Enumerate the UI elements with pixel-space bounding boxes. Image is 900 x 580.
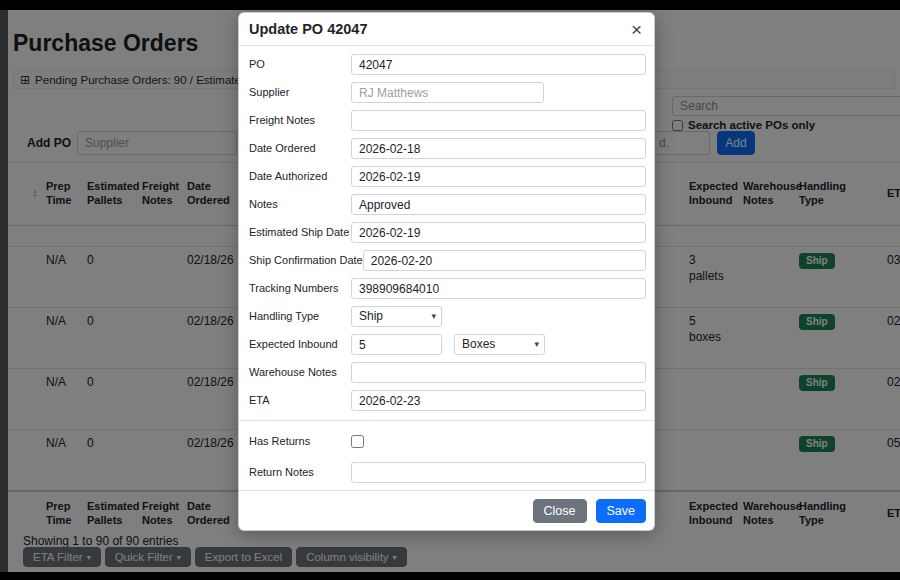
supplier-field [351,82,544,103]
handling-type-select[interactable]: Ship ▾ [351,306,442,327]
chevron-down-icon: ▾ [431,307,436,326]
has-returns-checkbox[interactable] [351,435,364,448]
estimated-ship-date-field-label: Estimated Ship Date [249,222,351,243]
estimated-ship-date-field[interactable] [351,222,646,243]
date-ordered-field-label: Date Ordered [249,138,351,159]
date-authorized-field[interactable] [351,166,646,187]
notes-field[interactable] [351,194,646,215]
tracking-numbers-field[interactable] [351,278,646,299]
warehouse-notes-field-label: Warehouse Notes [249,362,351,383]
chevron-down-icon: ▾ [534,335,539,354]
eta-field-label: ETA [249,390,351,411]
handling-type-field-label: Handling Type [249,306,351,327]
save-button[interactable]: Save [596,499,647,523]
po-field[interactable] [351,54,646,75]
return-notes-field-label: Return Notes [249,462,351,483]
has-returns-field-label: Has Returns [249,431,351,452]
freight-notes-field[interactable] [351,110,646,131]
modal-divider [239,420,654,421]
po-field-label: PO [249,54,351,75]
close-button[interactable]: Close [533,499,587,523]
notes-field-label: Notes [249,194,351,215]
ship-confirmation-date-field[interactable] [363,250,646,271]
update-po-modal: Update PO 42047 × PO Supplier Freight No… [238,12,655,531]
warehouse-notes-field[interactable] [351,362,646,383]
ship-confirmation-date-field-label: Ship Confirmation Date [249,250,363,271]
expected-inbound-field[interactable] [351,334,442,355]
supplier-field-label: Supplier [249,82,351,103]
eta-field[interactable] [351,390,646,411]
date-authorized-field-label: Date Authorized [249,166,351,187]
date-ordered-field[interactable] [351,138,646,159]
modal-title: Update PO 42047 [249,21,367,37]
expected-inbound-field-label: Expected Inbound [249,334,351,355]
tracking-numbers-field-label: Tracking Numbers [249,278,351,299]
freight-notes-field-label: Freight Notes [249,110,351,131]
expected-inbound-unit-select[interactable]: Boxes ▾ [454,334,545,355]
return-notes-field[interactable] [351,462,646,483]
close-icon[interactable]: × [631,20,642,39]
